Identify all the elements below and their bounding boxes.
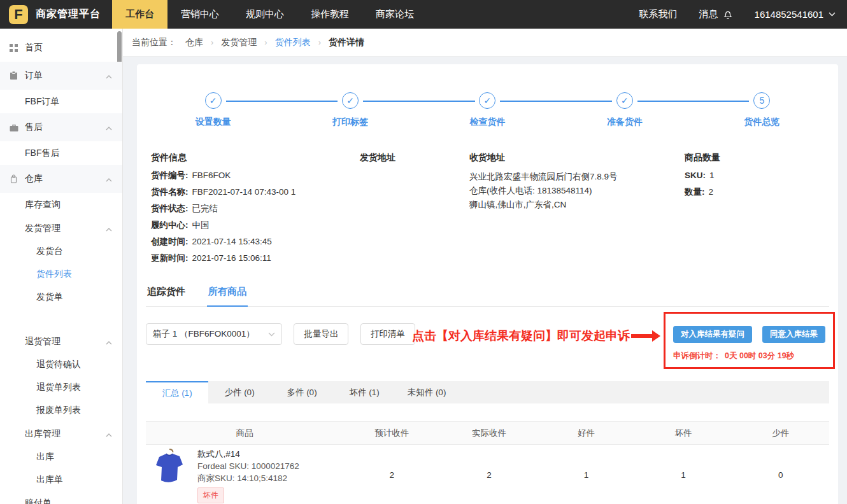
step-number: 5 [753,92,770,109]
sidebar-item-outbound-management[interactable]: 出库管理 [0,422,122,445]
chevron-down-icon [268,332,275,337]
product-title: 款式八,#14 [197,448,299,460]
brand-name: 商家管理平台 [36,8,101,21]
step-check-icon: ✓ [479,92,495,109]
sidebar-item-orders[interactable]: 订单 [0,62,122,90]
tab-rules[interactable]: 规则中心 [232,0,297,29]
sidebar-item-shipment-list[interactable]: 货件列表 [0,263,122,286]
bell-icon [723,10,733,20]
sidebar-item-compensation-order[interactable]: 赔付单 [0,491,122,504]
contact-us-link[interactable]: 联系我们 [639,8,678,20]
dispute-highlight-box: 对入库结果有疑问 同意入库结果 申诉倒计时：0天 00时 03分 19秒 [664,312,835,369]
sidebar-item-returns-management[interactable]: 退货管理 [0,330,122,353]
breadcrumb-warehouse[interactable]: 仓库 [185,37,203,48]
sidebar-item-fbf-orders[interactable]: FBF订单 [0,90,122,113]
product-quantity: 商品数量 SKU:1 数量:2 [685,152,824,269]
tab-tutorial[interactable]: 操作教程 [297,0,362,29]
dispute-result-button[interactable]: 对入库结果有疑问 [673,326,752,343]
sidebar-item-shipping-management[interactable]: 发货管理 [0,216,122,240]
step-set-quantity: ✓ 设置数量 [145,92,281,128]
product-info: 款式八,#14 Fordeal SKU: 1000021762 商家SKU: 1… [197,447,299,503]
account-menu[interactable]: 1614852541601 [755,9,836,20]
damaged-count: 1 [635,470,732,480]
sidebar-item-outbound-order[interactable]: 出库单 [0,468,122,491]
grid-icon [9,43,18,53]
subtab-unknown[interactable]: 未知件 (0) [395,381,458,403]
tab-all-products[interactable]: 所有商品 [207,286,248,307]
box-select[interactable]: 箱子 1 （FBF6FOK0001） [146,323,282,345]
chevron-up-icon [106,223,112,234]
shipment-info-section: 货件信息 货件编号:FBF6FOK 货件名称:FBF2021-07-14 07:… [137,152,838,269]
section-title: 发货地址 [360,152,469,164]
expected-count: 2 [343,470,441,480]
breadcrumb-shipment-list[interactable]: 货件列表 [275,37,311,48]
sidebar-item-return-pending[interactable]: 退货待确认 [0,353,122,376]
appeal-countdown: 申诉倒计时：0天 00时 03分 19秒 [673,351,825,361]
tab-forum[interactable]: 商家论坛 [362,0,427,29]
missing-count: 0 [732,470,829,480]
agree-result-button[interactable]: 同意入库结果 [762,326,825,343]
table-row: 款式八,#14 Fordeal SKU: 1000021762 商家SKU: 1… [146,445,829,504]
toolbar-row: 箱子 1 （FBF6FOK0001） 批量导出 打印清单 点击【对入库结果有疑问… [146,323,829,369]
breadcrumb-shipping-management[interactable]: 发货管理 [221,37,257,48]
detail-tabs: 追踪货件 所有商品 [146,286,829,307]
sidebar-item-shipping-desk[interactable]: 发货台 [0,240,122,263]
sidebar-item-aftersale[interactable]: 售后 [0,113,122,141]
breadcrumb-prefix: 当前位置： [132,37,176,48]
tab-track-shipment[interactable]: 追踪货件 [146,286,187,306]
products-table: 商品 预计收件 实际收件 好件 坏件 少件 [146,421,829,504]
ship-to-address: 收货地址 兴业北路宏盛丰物流园后门右侧7.8.9号 仓库(收件人电话: 1813… [469,152,685,269]
chevron-up-icon [106,174,112,184]
tab-marketing[interactable]: 营销中心 [167,0,232,29]
summary-subtabs: 汇总 (1) 少件 (0) 多件 (0) 坏件 (1) 未知件 (0) [146,381,829,403]
print-list-button[interactable]: 打印清单 [360,323,415,345]
product-cell: 款式八,#14 Fordeal SKU: 1000021762 商家SKU: 1… [146,447,343,503]
progress-stepper: ✓ 设置数量 ✓ 打印标签 ✓ 检查货件 ✓ 准备货件 5 货件总览 [137,64,838,128]
step-check-icon: ✓ [616,92,633,109]
good-count: 1 [537,470,635,480]
chevron-up-icon [106,71,112,81]
nav-right: 联系我们 消息 1614852541601 [618,0,847,29]
sidebar-item-scrap-list[interactable]: 报废单列表 [0,399,122,422]
shipment-info: 货件信息 货件编号:FBF6FOK 货件名称:FBF2021-07-14 07:… [151,152,360,269]
sidebar-item-return-list[interactable]: 退货单列表 [0,376,122,399]
sidebar-item-inventory-query[interactable]: 库存查询 [0,193,122,216]
step-prepare-shipment: ✓ 准备货件 [556,92,693,128]
tab-workbench[interactable]: 工作台 [112,0,167,29]
nav-tabs: 工作台 营销中心 规则中心 操作教程 商家论坛 [112,0,427,29]
section-title: 商品数量 [685,152,824,164]
sidebar-item-warehouse[interactable]: 仓库 [0,165,122,193]
dispute-annotation: 点击【对入库结果有疑问】即可发起申诉 [412,328,660,344]
messages-link[interactable]: 消息 [699,8,733,20]
ship-from-address: 发货地址 [360,152,469,269]
chevron-up-icon [106,429,112,439]
actual-count: 2 [441,470,538,480]
briefcase-icon [9,123,18,132]
sidebar-item-home[interactable]: 首页 [0,34,122,62]
table-header: 商品 预计收件 实际收件 好件 坏件 少件 [146,421,829,445]
sidebar-item-fbf-aftersale[interactable]: FBF售后 [0,141,122,165]
step-print-label: ✓ 打印标签 [281,92,418,128]
section-title: 货件信息 [151,152,360,164]
step-shipment-overview: 5 货件总览 [694,92,830,128]
step-check-icon: ✓ [205,92,222,109]
product-fordeal-sku: Fordeal SKU: 1000021762 [197,460,299,472]
subtab-damaged[interactable]: 坏件 (1) [333,381,395,403]
sidebar-item-shipping-order[interactable]: 发货单 [0,286,122,309]
product-image[interactable] [153,447,186,486]
product-merchant-sku: 商家SKU: 14:10;5:4182 [197,472,299,484]
batch-export-button[interactable]: 批量导出 [294,323,348,345]
clipboard-icon [9,71,18,81]
sidebar-item-outbound[interactable]: 出库 [0,445,122,468]
tag-icon [9,174,18,184]
arrow-right-icon [631,330,660,342]
subtab-missing[interactable]: 少件 (0) [208,381,271,403]
breadcrumb: 当前位置： 仓库 › 发货管理 › 货件列表 › 货件详情 [123,29,847,57]
brand[interactable]: F 商家管理平台 [0,0,112,29]
shipment-detail-card: ✓ 设置数量 ✓ 打印标签 ✓ 检查货件 ✓ 准备货件 5 货件总览 [137,64,838,504]
chevron-up-icon [106,337,112,347]
subtab-summary[interactable]: 汇总 (1) [146,381,208,403]
section-title: 收货地址 [469,152,685,164]
subtab-extra[interactable]: 多件 (0) [271,381,333,403]
step-check-icon: ✓ [342,92,359,109]
